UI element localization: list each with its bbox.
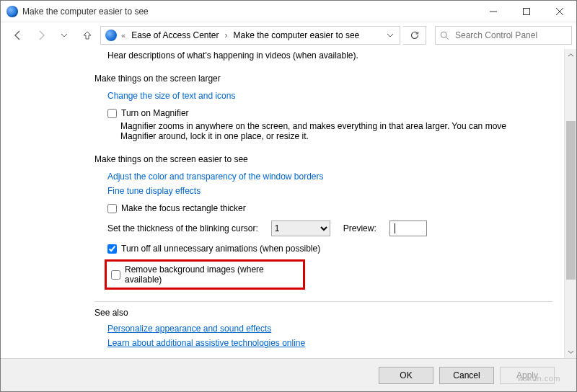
- window-title: Make the computer easier to see: [22, 6, 149, 17]
- section-easier-to-see: Make things on the screen easier to see: [94, 154, 552, 164]
- close-button[interactable]: [543, 1, 576, 22]
- link-adjust-color[interactable]: Adjust the color and transparency of the…: [107, 172, 324, 182]
- cursor-caret-icon: [395, 223, 395, 233]
- vertical-scrollbar[interactable]: [564, 49, 576, 358]
- checkbox-remove-background-label: Remove background images (where availabl…: [125, 264, 299, 285]
- checkbox-remove-background[interactable]: Remove background images (where availabl…: [111, 264, 299, 285]
- link-change-text-size[interactable]: Change the size of text and icons: [107, 91, 235, 101]
- checkbox-turn-off-animations-label: Turn off all unnecessary animations (whe…: [121, 244, 320, 254]
- back-button[interactable]: [8, 25, 28, 45]
- up-button[interactable]: [77, 25, 97, 45]
- breadcrumb-parent[interactable]: Ease of Access Center: [128, 30, 221, 40]
- magnifier-description: Magnifier zooms in anywhere on the scree…: [120, 121, 524, 141]
- checkbox-focus-rectangle-label: Make the focus rectangle thicker: [121, 203, 246, 213]
- content-pane: Hear descriptions of what's happening in…: [1, 49, 564, 358]
- apply-button[interactable]: Apply: [500, 367, 555, 384]
- ease-of-access-icon: [105, 30, 117, 41]
- hear-descriptions-text: Hear descriptions of what's happening in…: [107, 50, 552, 61]
- breadcrumb[interactable]: « Ease of Access Center › Make the compu…: [100, 26, 400, 45]
- search-box[interactable]: [435, 26, 572, 45]
- checkbox-turn-off-animations[interactable]: Turn off all unnecessary animations (whe…: [107, 244, 552, 254]
- app-icon: [6, 6, 18, 17]
- cursor-thickness-label: Set the thickness of the blinking cursor…: [107, 223, 258, 233]
- nav-toolbar: « Ease of Access Center › Make the compu…: [1, 22, 576, 48]
- cursor-thickness-select[interactable]: 1: [271, 220, 330, 236]
- refresh-button[interactable]: [403, 26, 426, 45]
- link-learn-assistive[interactable]: Learn about additional assistive technol…: [107, 338, 305, 348]
- maximize-button[interactable]: [510, 1, 543, 22]
- link-fine-tune[interactable]: Fine tune display effects: [107, 186, 201, 196]
- search-input[interactable]: [454, 30, 567, 41]
- breadcrumb-overflow-icon[interactable]: «: [120, 31, 127, 40]
- section-make-larger: Make things on the screen larger: [94, 74, 552, 84]
- recent-dropdown[interactable]: [54, 25, 74, 45]
- breadcrumb-current[interactable]: Make the computer easier to see: [231, 30, 363, 40]
- svg-point-1: [441, 32, 446, 37]
- checkbox-focus-rectangle[interactable]: Make the focus rectangle thicker: [107, 203, 552, 213]
- cursor-preview: [389, 220, 427, 236]
- scroll-down-button[interactable]: [565, 346, 577, 358]
- checkbox-turn-on-magnifier-label: Turn on Magnifier: [121, 108, 189, 118]
- chevron-right-icon[interactable]: ›: [224, 30, 229, 40]
- minimize-button[interactable]: [477, 1, 510, 22]
- svg-rect-0: [524, 8, 530, 14]
- checkbox-turn-on-magnifier-input[interactable]: [107, 109, 117, 118]
- link-personalize[interactable]: Personalize appearance and sound effects: [107, 324, 271, 334]
- checkbox-remove-background-input[interactable]: [111, 270, 120, 280]
- preview-label: Preview:: [343, 223, 376, 233]
- checkbox-turn-on-magnifier[interactable]: Turn on Magnifier: [107, 108, 552, 118]
- breadcrumb-dropdown[interactable]: [384, 27, 397, 44]
- checkbox-focus-rectangle-input[interactable]: [107, 204, 117, 213]
- scroll-thumb[interactable]: [566, 121, 576, 280]
- see-also-heading: See also: [94, 308, 552, 318]
- checkbox-turn-off-animations-input[interactable]: [107, 244, 117, 254]
- search-icon: [440, 31, 449, 40]
- cancel-button[interactable]: Cancel: [439, 367, 494, 384]
- ok-button[interactable]: OK: [379, 367, 433, 384]
- titlebar: Make the computer easier to see: [1, 1, 576, 22]
- forward-button[interactable]: [31, 25, 51, 45]
- dialog-button-bar: OK Cancel Apply wsxdn.com: [1, 358, 576, 391]
- highlight-remove-background: Remove background images (where availabl…: [105, 259, 305, 290]
- scroll-up-button[interactable]: [565, 49, 577, 61]
